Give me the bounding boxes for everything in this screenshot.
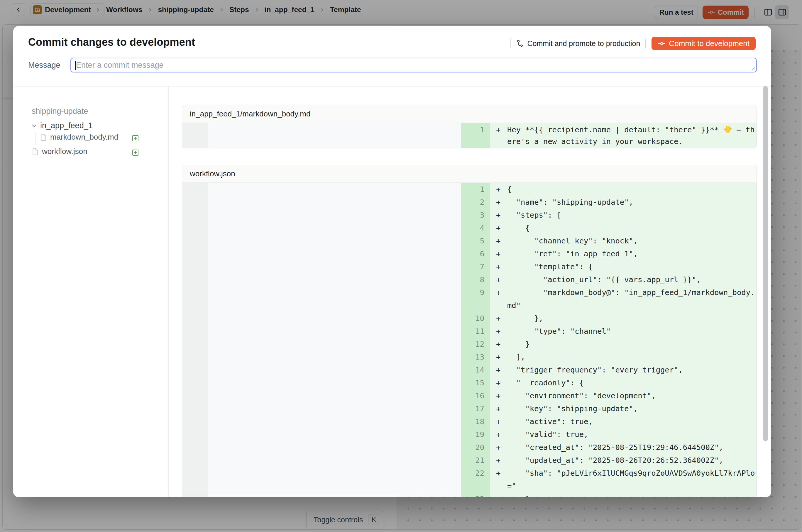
added-line: + "template": { <box>490 260 757 273</box>
file-icon <box>40 133 46 141</box>
new-line-number: 19 <box>461 428 490 441</box>
tree-group-step[interactable]: in_app_feed_1 <box>31 121 93 130</box>
old-line-content <box>208 428 461 441</box>
diff-line: 17+ "key": "shipping-update", <box>182 402 757 415</box>
commit-to-development-button[interactable]: Commit to development <box>652 37 756 50</box>
text-caret <box>75 61 76 70</box>
old-line-gutter <box>182 402 208 415</box>
scrollbar-thumb[interactable] <box>763 86 768 441</box>
old-line-content <box>208 492 461 497</box>
old-line-gutter <box>182 247 208 260</box>
commit-changes-dialog: Commit changes to development Commit and… <box>13 26 771 497</box>
old-line-content <box>208 123 461 148</box>
old-line-content <box>208 247 461 260</box>
old-line-gutter <box>182 209 208 222</box>
new-line-number: 18 <box>461 415 490 428</box>
old-line-content <box>208 234 461 247</box>
resize-handle-icon[interactable] <box>750 66 756 71</box>
old-line-gutter <box>182 312 208 325</box>
tree-item-label: workflow.json <box>42 147 88 156</box>
commit-and-promote-button[interactable]: Commit and promote to production <box>510 37 646 50</box>
added-line: + { <box>490 222 757 234</box>
diff-line: 5+ "channel_key": "knock", <box>182 234 757 247</box>
diff-line: 8+ "action_url": "{{ vars.app_url }}", <box>182 273 757 286</box>
commit-to-development-label: Commit to development <box>669 39 749 48</box>
added-line: + "__readonly": { <box>490 376 757 389</box>
added-line: + "valid": true, <box>490 428 757 441</box>
old-line-gutter <box>182 286 208 312</box>
diff-line: 11+ "type": "channel" <box>182 325 757 338</box>
old-line-content <box>208 338 461 350</box>
old-line-gutter <box>182 183 208 196</box>
added-line: + "sha": "pJeLVir6xIlUCMGqs9qroZoUAVDSwA… <box>490 467 757 492</box>
old-line-content <box>208 209 461 222</box>
diff-line: 3+ "steps": [ <box>182 209 757 222</box>
diff-line: 19+ "valid": true, <box>182 428 757 441</box>
git-promote-icon <box>516 39 524 48</box>
added-line: + "type": "channel" <box>490 325 757 338</box>
file-icon <box>32 148 38 155</box>
diff-line: 9+ "markdown_body@": "in_app_feed_1/mark… <box>182 286 757 312</box>
added-line: + "name": "shipping-update", <box>490 196 757 209</box>
diff-added-icon <box>132 149 139 156</box>
added-line: + "updated_at": "2025-08-26T20:26:52.364… <box>490 454 757 467</box>
tree-root-workflow: shipping-update <box>32 107 88 116</box>
old-line-gutter <box>182 338 208 350</box>
diff-line: 18+ "active": true, <box>182 415 757 428</box>
diff-line: 16+ "environment": "development", <box>182 389 757 402</box>
old-line-gutter <box>182 222 208 234</box>
added-line: + "channel_key": "knock", <box>490 234 757 247</box>
diff-line: 2+ "name": "shipping-update", <box>182 196 757 209</box>
diff-card-workflow-json: workflow.json 1+{2+ "name": "shipping-up… <box>182 165 757 497</box>
waving-hand-emoji <box>723 125 732 133</box>
diff-line: 13+ ], <box>182 350 757 363</box>
new-line-number: 4 <box>461 222 490 234</box>
new-line-number: 8 <box>461 273 490 286</box>
tree-connector-line <box>36 133 36 145</box>
old-line-gutter <box>182 376 208 389</box>
old-line-content <box>208 350 461 363</box>
new-line-number: 20 <box>461 441 490 454</box>
old-line-content <box>208 467 461 492</box>
tree-item-workflow-json[interactable]: workflow.json <box>32 147 88 156</box>
new-line-number: 6 <box>461 247 490 260</box>
diff-line: 22+ "sha": "pJeLVir6xIlUCMGqs9qroZoUAVDS… <box>182 467 757 492</box>
added-line: + "ref": "in_app_feed_1", <box>490 247 757 260</box>
promote-button-label: Commit and promote to production <box>527 39 640 48</box>
old-line-content <box>208 325 461 338</box>
diff-added-icon <box>132 135 139 141</box>
old-line-content <box>208 441 461 454</box>
old-line-content <box>208 273 461 286</box>
diff-line: 12+ } <box>182 338 757 350</box>
old-line-content <box>208 196 461 209</box>
old-line-gutter <box>182 325 208 338</box>
old-line-gutter <box>182 123 208 148</box>
old-line-gutter <box>182 260 208 273</box>
diff-line: 23+ } <box>182 492 757 497</box>
new-line-number: 1 <box>461 123 490 148</box>
diff-line: 15+ "__readonly": { <box>182 376 757 389</box>
old-line-gutter <box>182 454 208 467</box>
old-line-content <box>208 389 461 402</box>
diff-card-markdown-body: in_app_feed_1/markdown_body.md 1+Hey **{… <box>182 105 757 148</box>
old-line-content <box>208 415 461 428</box>
new-line-number: 1 <box>461 183 490 196</box>
old-line-gutter <box>182 363 208 376</box>
commit-message-input[interactable]: Enter a commit message <box>70 58 757 73</box>
dialog-body: shipping-update in_app_feed_1 markdown_b… <box>13 86 771 497</box>
diff-line: 21+ "updated_at": "2025-08-26T20:26:52.3… <box>182 454 757 467</box>
diff-line: 6+ "ref": "in_app_feed_1", <box>182 247 757 260</box>
added-line: + } <box>490 338 757 350</box>
diff-line: 10+ }, <box>182 312 757 325</box>
tree-item-markdown-body[interactable]: markdown_body.md <box>40 133 118 141</box>
added-line: +{ <box>490 183 757 196</box>
added-line: + "markdown_body@": "in_app_feed_1/markd… <box>490 286 757 312</box>
old-line-gutter <box>182 441 208 454</box>
diff-content: 1+{2+ "name": "shipping-update",3+ "step… <box>182 183 757 497</box>
new-line-number: 3 <box>461 209 490 222</box>
diff-file-name: in_app_feed_1/markdown_body.md <box>182 105 757 123</box>
new-line-number: 2 <box>461 196 490 209</box>
chevron-down-icon <box>31 122 38 129</box>
diff-file-name: workflow.json <box>182 165 757 183</box>
old-line-content <box>208 260 461 273</box>
